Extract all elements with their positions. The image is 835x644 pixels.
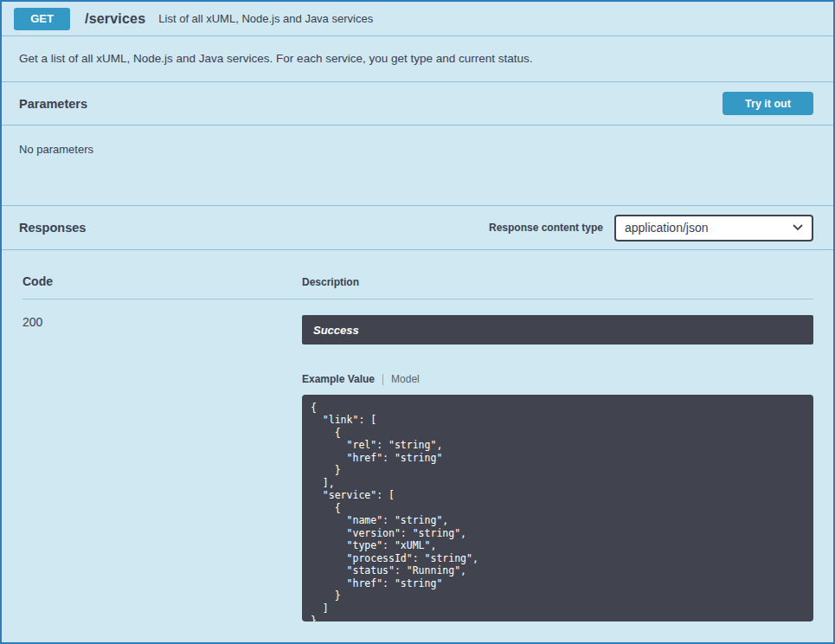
response-view-tabs: Example Value Model <box>302 373 813 385</box>
endpoint-summary: List of all xUML, Node.js and Java servi… <box>158 12 373 25</box>
response-row-200: 200 Success Example Value Model { "link"… <box>22 299 813 621</box>
no-parameters-message: No parameters <box>19 143 93 156</box>
tab-model[interactable]: Model <box>391 373 420 385</box>
tab-example-value[interactable]: Example Value <box>302 373 375 385</box>
response-code: 200 <box>22 315 302 621</box>
responses-title: Responses <box>19 221 86 235</box>
responses-section-header: Responses Response content type applicat… <box>2 205 833 250</box>
parameters-title: Parameters <box>19 97 87 111</box>
response-status-bar: Success <box>302 315 813 345</box>
responses-table-header: Code Description <box>22 250 813 299</box>
http-method-badge: GET <box>14 8 70 30</box>
swagger-operation-panel: GET /services List of all xUML, Node.js … <box>0 0 835 644</box>
response-status-text: Success <box>313 324 359 337</box>
parameters-body: No parameters <box>2 126 833 205</box>
response-content-type-select[interactable]: application/json <box>614 215 813 242</box>
response-content-type-label: Response content type <box>489 222 603 234</box>
selected-content-type: application/json <box>625 221 709 235</box>
operation-header[interactable]: GET /services List of all xUML, Node.js … <box>2 2 833 36</box>
tab-separator <box>382 374 383 385</box>
response-description-cell: Success Example Value Model { "link": [ … <box>302 315 813 621</box>
example-json-code[interactable]: { "link": [ { "rel": "string", "href": "… <box>302 395 813 621</box>
code-column-header: Code <box>22 274 302 288</box>
responses-table: Code Description 200 Success Example Val… <box>2 250 833 621</box>
description-column-header: Description <box>302 276 813 288</box>
chevron-down-icon <box>793 224 803 231</box>
endpoint-path: /services <box>85 11 145 27</box>
parameters-section-header: Parameters Try it out <box>2 82 833 126</box>
response-content-type-control: Response content type application/json <box>489 215 813 242</box>
operation-description: Get a list of all xUML, Node.js and Java… <box>2 36 833 82</box>
try-it-out-button[interactable]: Try it out <box>723 92 813 115</box>
